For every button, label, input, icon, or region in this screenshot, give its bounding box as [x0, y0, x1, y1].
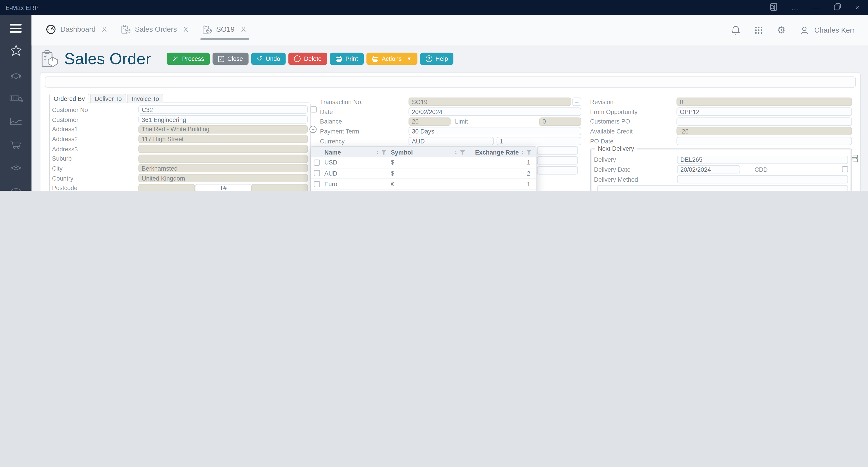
currency-col-rate[interactable]: Exchange Rate	[469, 149, 536, 155]
currency-row-usd[interactable]: USD$1	[311, 157, 536, 168]
tab-sales-orders[interactable]: Sales Orders X	[121, 24, 188, 36]
actions-button[interactable]: Actions ▼	[366, 53, 417, 65]
window-search-icon[interactable]	[769, 3, 777, 12]
undo-button[interactable]: ↺ Undo	[251, 53, 286, 65]
customer-no-checkbox[interactable]	[311, 107, 317, 113]
tab-close-icon[interactable]: X	[241, 25, 246, 33]
available-credit-label: Available Credit	[590, 128, 677, 135]
help-button[interactable]: ? Help	[420, 53, 454, 65]
currency-row-aud[interactable]: AUD$2	[311, 168, 536, 179]
currency-col-name[interactable]: Name	[324, 149, 391, 155]
content-panel: Ordered By Deliver To Invoice To Custome…	[40, 72, 861, 191]
print-button[interactable]: Print	[330, 53, 364, 65]
payment-term-field[interactable]: 30 Days	[408, 127, 581, 136]
actions-label: Actions	[382, 55, 402, 62]
username[interactable]: Charles Kerr	[814, 26, 855, 34]
support-headset-icon[interactable]	[10, 70, 22, 79]
delete-label: Delete	[304, 55, 322, 62]
currency-field[interactable]: AUD	[408, 137, 493, 145]
postcode-field-1	[138, 184, 195, 191]
charts-line-icon[interactable]	[9, 117, 22, 125]
customer-field[interactable]: 361 Engineering	[138, 115, 308, 123]
currency-col-symbol[interactable]: Symbol	[391, 149, 469, 155]
revision-field: 0	[677, 98, 852, 106]
next-delivery-legend: Next Delivery	[595, 145, 637, 152]
cdd-checkbox[interactable]	[842, 167, 848, 173]
header-empty-field[interactable]	[45, 77, 856, 88]
window-minimize-icon[interactable]: —	[813, 4, 819, 11]
customers-po-field[interactable]	[677, 117, 852, 125]
filter-funnel-icon[interactable]	[381, 150, 386, 154]
tab-close-icon[interactable]: X	[102, 25, 107, 33]
window-close-icon[interactable]: ×	[855, 4, 859, 11]
exchange-rate-field[interactable]: 1	[496, 137, 581, 145]
delivery-method-field[interactable]	[677, 175, 848, 183]
sales-order-clipboard-icon	[202, 24, 212, 34]
row-checkbox[interactable]	[314, 170, 320, 176]
address-add-icon[interactable]: +	[309, 125, 317, 133]
app-title: E-Max ERP	[5, 4, 39, 11]
country-field: United Kingdom	[138, 174, 308, 182]
tab-so19[interactable]: SO19 X	[202, 24, 246, 36]
sort-icon[interactable]	[455, 150, 457, 154]
window-titlebar: E-Max ERP … — ×	[0, 0, 868, 15]
delivery-method-field-2[interactable]	[597, 185, 848, 191]
tab-ordered-by[interactable]: Ordered By	[49, 94, 89, 103]
from-opportunity-field[interactable]: OPP12	[677, 108, 852, 116]
tab-close-icon[interactable]: X	[184, 25, 188, 33]
customer-no-field[interactable]: C32	[138, 106, 308, 114]
row-checkbox[interactable]	[314, 159, 320, 166]
delivery-date-label: Delivery Date	[594, 166, 677, 173]
delete-button[interactable]: − Delete	[288, 53, 327, 65]
settings-gear-icon[interactable]: ⚙	[777, 24, 785, 36]
delivery-print-icon[interactable]	[851, 154, 859, 165]
printer-icon	[336, 55, 342, 62]
row-checkbox[interactable]	[314, 181, 320, 187]
sales-cart-icon[interactable]	[9, 140, 22, 149]
delivery-field[interactable]: DEL265	[677, 156, 848, 164]
tab-deliver-to[interactable]: Deliver To	[90, 94, 126, 103]
user-avatar-icon[interactable]	[800, 26, 809, 35]
check-square-icon: ✓	[218, 56, 224, 62]
sort-icon[interactable]	[521, 150, 524, 154]
currency-row-euro[interactable]: Euro€1	[311, 179, 536, 190]
customer-label: Customer	[51, 116, 138, 123]
tab-dashboard[interactable]: Dashboard X	[46, 24, 106, 36]
close-label: Close	[227, 55, 243, 62]
filter-funnel-icon[interactable]	[526, 150, 531, 154]
favorites-star-icon[interactable]	[10, 45, 22, 56]
country-label: Country	[51, 175, 138, 181]
left-sidebar: 24 7.35.5.0	[0, 15, 32, 191]
delivery-date-field[interactable]: 20/02/2024	[677, 166, 740, 174]
main-area: Dashboard X Sales Orders X SO19 X ⚙ Char…	[32, 15, 868, 191]
currency-row-gbp[interactable]: GBP£1	[311, 190, 536, 191]
inventory-box-icon[interactable]	[10, 163, 22, 172]
process-button[interactable]: Process	[166, 53, 210, 65]
ordered-by-fieldset: Customer NoC32 Customer361 Engineering A…	[49, 103, 311, 191]
menu-hamburger-icon[interactable]	[10, 24, 22, 32]
app-window: E-Max ERP … — × 24	[0, 0, 868, 191]
filter-funnel-icon[interactable]	[460, 150, 465, 154]
apps-grid-icon[interactable]	[754, 26, 763, 34]
goto-transaction-icon[interactable]: →	[572, 98, 581, 106]
dashboard-gauge-icon	[46, 24, 56, 34]
ordered-by-section: Ordered By Deliver To Invoice To Custome…	[49, 94, 311, 191]
po-date-field[interactable]	[677, 137, 852, 145]
currency-label: Currency	[320, 138, 409, 144]
tab-invoice-to[interactable]: Invoice To	[127, 94, 163, 103]
sort-icon[interactable]	[376, 150, 379, 154]
page-tabstrip: Dashboard X Sales Orders X SO19 X ⚙ Char…	[32, 15, 868, 46]
date-label: Date	[320, 108, 409, 115]
close-button[interactable]: ✓ Close	[213, 53, 248, 65]
hidden-field-fragment	[537, 156, 578, 165]
address3-label: Address3	[51, 145, 138, 152]
date-field[interactable]: 20/02/2024	[408, 108, 581, 116]
window-more-icon[interactable]: …	[792, 4, 798, 11]
postcode-field-2[interactable]: T#	[195, 184, 251, 191]
window-restore-icon[interactable]	[834, 3, 841, 12]
settings-gears-icon[interactable]	[9, 186, 22, 191]
production-machine-icon[interactable]	[8, 93, 23, 102]
notifications-bell-icon[interactable]	[731, 26, 740, 35]
question-circle-icon: ?	[426, 55, 432, 62]
currency-dropdown: Name Symbol Exchange Rate USD$1 AUD$2 Eu…	[311, 146, 536, 191]
